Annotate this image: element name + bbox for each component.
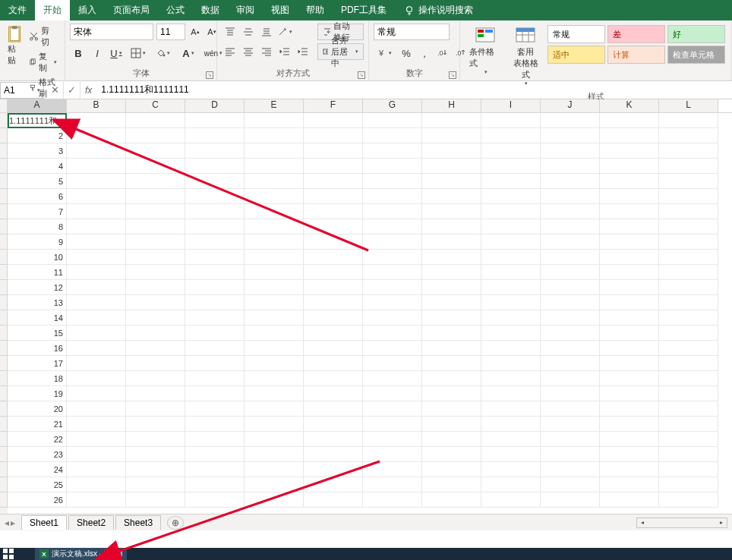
cell[interactable] [304,326,363,341]
cell[interactable] [126,371,185,386]
bold-button[interactable]: B [70,45,87,61]
cell[interactable] [245,280,304,295]
copy-button[interactable]: 复制▾ [29,51,57,74]
cell[interactable]: 13 [8,295,67,310]
col-header-J[interactable]: J [541,99,600,112]
cell[interactable] [185,174,245,189]
cell[interactable] [245,128,304,143]
cell[interactable] [363,204,422,219]
cell[interactable] [67,492,126,508]
cell[interactable] [541,113,600,128]
cell[interactable]: 4 [8,159,67,174]
cell[interactable] [541,159,600,174]
cell[interactable] [659,204,718,219]
style-bad[interactable]: 差 [607,25,665,43]
cell[interactable]: 5 [8,174,67,189]
sheet-nav[interactable]: ◂▸ [0,518,20,528]
cell[interactable] [481,447,541,462]
cell[interactable] [185,113,245,128]
cell[interactable] [422,159,481,174]
tab-data[interactable]: 数据 [193,0,228,20]
cell[interactable] [67,326,126,341]
col-header-E[interactable]: E [245,99,304,112]
cell[interactable] [600,356,659,371]
cell[interactable] [304,189,363,204]
cell[interactable] [185,310,245,326]
cell[interactable] [245,310,304,326]
cell[interactable]: 16 [8,341,67,356]
row-header[interactable] [0,295,8,310]
cell[interactable] [422,143,481,159]
cell[interactable] [600,143,659,159]
cell[interactable] [304,204,363,219]
increase-font-button[interactable]: A▴ [188,24,202,40]
cell[interactable] [600,128,659,143]
cell[interactable] [126,280,185,295]
cell[interactable] [659,356,718,371]
cell[interactable] [363,477,422,492]
cell[interactable] [67,386,126,401]
cell[interactable] [245,250,304,265]
row-header[interactable] [0,250,8,265]
cell[interactable] [245,113,304,128]
cell[interactable] [541,265,600,280]
cell[interactable] [600,477,659,492]
cell[interactable] [659,250,718,265]
increase-decimal-button[interactable]: .0 [434,45,451,61]
cell[interactable] [185,432,245,447]
cell[interactable] [659,341,718,356]
cell[interactable] [600,113,659,128]
cell[interactable] [304,280,363,295]
cell[interactable] [600,386,659,401]
cell[interactable] [185,265,245,280]
row-header[interactable] [0,462,8,477]
cell[interactable] [541,341,600,356]
cell[interactable]: 6 [8,189,67,204]
horizontal-scrollbar[interactable]: ◂▸ [184,518,732,528]
cell[interactable] [245,401,304,417]
cell[interactable] [245,477,304,492]
cell[interactable] [363,310,422,326]
align-top-button[interactable] [222,24,238,40]
cell[interactable] [126,143,185,159]
tab-formulas[interactable]: 公式 [158,0,193,20]
cell[interactable] [185,159,245,174]
cell[interactable] [304,447,363,462]
cell[interactable] [245,462,304,477]
row-header[interactable] [0,174,8,189]
cell[interactable]: 2 [8,128,67,143]
cell[interactable] [659,174,718,189]
cell[interactable] [245,219,304,234]
cell[interactable] [481,159,541,174]
underline-button[interactable]: U▾ [108,45,125,61]
row-header[interactable] [0,371,8,386]
cell[interactable] [422,401,481,417]
conditional-format-button[interactable]: 条件格式 ▾ [465,24,506,77]
row-header[interactable] [0,189,8,204]
cell[interactable] [185,477,245,492]
tab-review[interactable]: 审阅 [228,0,263,20]
cell[interactable] [481,204,541,219]
col-header-D[interactable]: D [185,99,245,112]
cell[interactable] [363,432,422,447]
cell[interactable] [304,295,363,310]
cell[interactable] [600,174,659,189]
font-color-button[interactable]: A▾ [177,45,200,61]
cell[interactable] [304,432,363,447]
cell[interactable] [185,326,245,341]
cell[interactable] [126,432,185,447]
row-header[interactable] [0,326,8,341]
cell[interactable] [659,492,718,508]
cut-button[interactable]: 剪切 [29,25,57,48]
cell[interactable] [600,265,659,280]
cell[interactable] [541,477,600,492]
cell[interactable] [363,234,422,250]
format-as-table-button[interactable]: 套用 表格格式 ▾ [506,24,547,88]
cell[interactable] [185,143,245,159]
cell[interactable]: 14 [8,310,67,326]
cell[interactable] [422,477,481,492]
row-headers[interactable] [0,113,8,514]
cell[interactable]: 22 [8,432,67,447]
cell[interactable] [541,356,600,371]
cell-styles-gallery[interactable]: 常规 差 好 适中 计算 检查单元格 [546,24,727,65]
